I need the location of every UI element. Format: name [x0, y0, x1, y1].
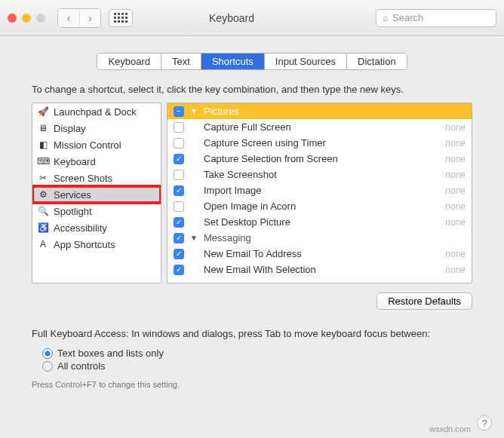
fka-options: Text boxes and lists onlyAll controls [0, 344, 504, 375]
row-label: Capture Selection from Screen [190, 153, 439, 164]
sidebar-item-display[interactable]: 🖥Display [32, 120, 161, 136]
radio-button[interactable] [42, 348, 53, 359]
sidebar-label: Accessibility [54, 222, 107, 234]
row-label: Take Screenshot [190, 169, 439, 180]
row-label: New Email With Selection [190, 264, 439, 275]
sidebar-icon: ♿ [37, 222, 49, 234]
window-controls [8, 14, 45, 23]
sidebar-icon: A [37, 238, 49, 250]
checkbox[interactable] [174, 138, 184, 149]
sidebar-icon: 🚀 [37, 106, 49, 118]
titlebar: ‹ › Keyboard ⌕ Search [0, 0, 504, 36]
checkbox[interactable] [174, 106, 184, 117]
tab-bar: KeyboardTextShortcutsInput SourcesDictat… [0, 53, 504, 70]
shortcut-row[interactable]: Set Desktop Picturenone [167, 214, 472, 230]
shortcut-value[interactable]: none [445, 265, 466, 275]
group-header[interactable]: ▼Messaging [167, 230, 472, 246]
sidebar-label: Services [54, 189, 91, 201]
shortcut-value[interactable]: none [445, 154, 466, 164]
checkbox[interactable] [174, 122, 184, 133]
shortcuts-list[interactable]: ▼PicturesCapture Full ScreennoneCapture … [167, 103, 472, 283]
shortcut-value[interactable]: none [445, 249, 466, 259]
sidebar-item-services[interactable]: ⚙Services [32, 186, 161, 203]
watermark: wsxdn.com [429, 424, 471, 433]
tab-shortcuts[interactable]: Shortcuts [201, 54, 265, 69]
row-label: Messaging [204, 232, 466, 244]
shortcut-row[interactable]: New Email To Addressnone [167, 246, 472, 262]
tab-dictation[interactable]: Dictation [347, 54, 407, 69]
sidebar-icon: ◧ [37, 139, 49, 151]
sidebar-item-spotlight[interactable]: 🔍Spotlight [32, 203, 161, 219]
radio-button[interactable] [42, 361, 53, 372]
sidebar-label: Mission Control [54, 139, 121, 151]
sidebar-label: Launchpad & Dock [54, 106, 137, 118]
close-icon[interactable] [8, 14, 17, 23]
sidebar-label: Display [54, 123, 86, 134]
sidebar-item-accessibility[interactable]: ♿Accessibility [32, 219, 161, 236]
checkbox[interactable] [174, 265, 184, 275]
window-title: Keyboard [95, 12, 368, 24]
zoom-icon[interactable] [36, 14, 45, 23]
checkbox[interactable] [174, 201, 184, 212]
row-label: Set Desktop Picture [190, 216, 439, 228]
sidebar-label: Spotlight [54, 206, 92, 217]
shortcut-row[interactable]: New Email With Selectionnone [167, 262, 472, 277]
checkbox[interactable] [174, 154, 184, 164]
shortcut-value[interactable]: none [445, 122, 466, 133]
tab-text[interactable]: Text [161, 54, 201, 69]
shortcut-value[interactable]: none [445, 170, 466, 180]
minimize-icon[interactable] [22, 14, 31, 23]
search-input[interactable]: ⌕ Search [376, 9, 496, 27]
sidebar-item-app-shortcuts[interactable]: AApp Shortcuts [32, 236, 161, 253]
sidebar-icon: ✂ [37, 172, 49, 184]
disclosure-triangle-icon[interactable]: ▼ [190, 234, 198, 242]
shortcut-value[interactable]: none [445, 185, 466, 196]
shortcut-value[interactable]: none [445, 217, 466, 228]
checkbox[interactable] [174, 249, 184, 259]
row-label: New Email To Address [190, 248, 439, 259]
sidebar-icon: ⌨ [37, 155, 49, 167]
shortcut-row[interactable]: Take Screenshotnone [167, 167, 472, 182]
row-label: Capture Full Screen [190, 121, 439, 133]
checkbox[interactable] [174, 170, 184, 180]
sidebar-icon: ⚙ [37, 188, 49, 201]
checkbox[interactable] [174, 217, 184, 228]
sidebar-label: Keyboard [54, 156, 96, 167]
tab-input-sources[interactable]: Input Sources [265, 54, 347, 69]
row-label: Capture Screen using Timer [190, 137, 439, 149]
shortcut-row[interactable]: Capture Screen using Timernone [167, 135, 472, 151]
row-label: Import Image [190, 185, 439, 196]
sidebar-item-launchpad-dock[interactable]: 🚀Launchpad & Dock [32, 103, 161, 120]
shortcut-value[interactable]: none [445, 201, 466, 212]
shortcut-row[interactable]: Import Imagenone [167, 182, 472, 198]
row-label: Open Image in Acorn [190, 201, 439, 212]
tab-keyboard[interactable]: Keyboard [97, 54, 161, 69]
sidebar-item-keyboard[interactable]: ⌨Keyboard [32, 153, 161, 170]
sidebar-item-screen-shots[interactable]: ✂Screen Shots [32, 170, 161, 186]
radio-label: Text boxes and lists only [57, 348, 164, 359]
search-icon: ⌕ [383, 12, 389, 23]
search-placeholder: Search [392, 12, 423, 23]
shortcut-row[interactable]: Capture Selection from Screennone [167, 151, 472, 167]
disclosure-triangle-icon[interactable]: ▼ [190, 107, 198, 115]
sidebar-icon: 🔍 [37, 205, 49, 217]
shortcut-value[interactable]: none [445, 138, 466, 149]
fka-option[interactable]: All controls [42, 360, 462, 372]
sidebar-icon: 🖥 [37, 122, 49, 134]
category-sidebar[interactable]: 🚀Launchpad & Dock🖥Display◧Mission Contro… [32, 103, 161, 283]
restore-defaults-button[interactable]: Restore Defaults [376, 293, 472, 310]
group-header[interactable]: ▼Pictures [167, 103, 472, 119]
help-button[interactable]: ? [477, 415, 492, 430]
shortcut-row[interactable]: Open Image in Acornnone [167, 198, 472, 214]
checkbox[interactable] [174, 185, 184, 196]
fka-label: Full Keyboard Access: In windows and dia… [0, 310, 504, 344]
checkbox[interactable] [174, 233, 184, 244]
sidebar-label: App Shortcuts [54, 239, 115, 250]
fka-option[interactable]: Text boxes and lists only [42, 347, 462, 360]
back-button[interactable]: ‹ [58, 9, 79, 27]
radio-label: All controls [57, 360, 106, 372]
instruction-text: To change a shortcut, select it, click t… [0, 84, 504, 103]
sidebar-item-mission-control[interactable]: ◧Mission Control [32, 136, 161, 153]
shortcut-row[interactable]: Capture Full Screennone [167, 119, 472, 135]
sidebar-label: Screen Shots [54, 173, 112, 184]
